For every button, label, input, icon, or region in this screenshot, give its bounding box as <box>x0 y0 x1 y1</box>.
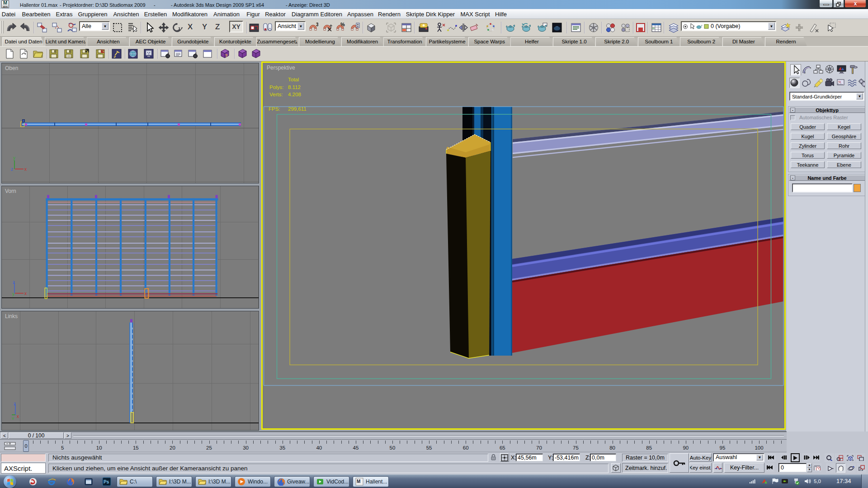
svg-text:z: z <box>13 280 15 285</box>
svg-text:z: z <box>14 402 16 406</box>
svg-text:x: x <box>24 167 27 172</box>
svg-text:3: 3 <box>316 22 318 27</box>
svg-text:y: y <box>12 291 14 296</box>
svg-text:y: y <box>13 156 15 160</box>
svg-text:Ps: Ps <box>104 479 109 484</box>
svg-text:x: x <box>24 291 27 296</box>
svg-text:%: % <box>838 80 841 84</box>
svg-text:%: % <box>340 22 345 27</box>
svg-text:y: y <box>12 416 14 420</box>
svg-text:x: x <box>17 414 19 419</box>
svg-text:?: ? <box>225 53 228 58</box>
svg-text:M: M <box>357 479 360 484</box>
svg-text:z: z <box>11 167 13 172</box>
